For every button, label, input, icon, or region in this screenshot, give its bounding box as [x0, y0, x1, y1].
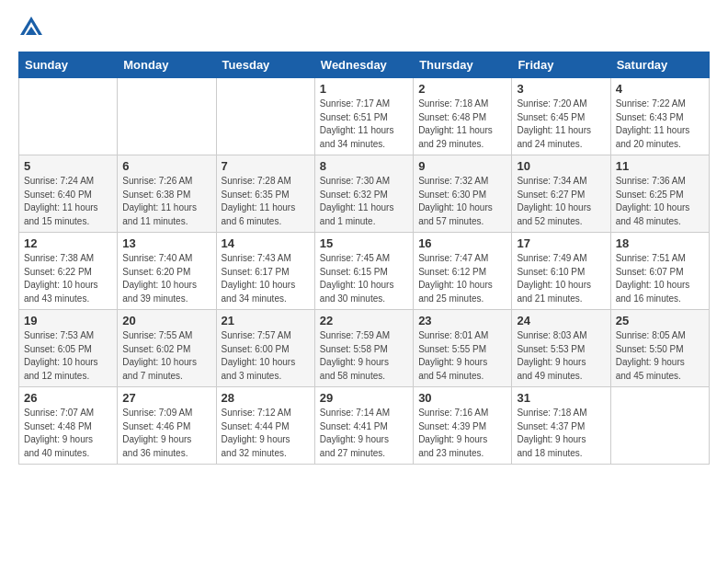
calendar-cell: 25Sunrise: 8:05 AM Sunset: 5:50 PM Dayli… [610, 310, 709, 387]
day-info: Sunrise: 7:47 AM Sunset: 6:12 PM Dayligh… [418, 252, 506, 305]
day-number: 16 [418, 236, 506, 250]
day-number: 14 [222, 236, 310, 250]
day-info: Sunrise: 7:38 AM Sunset: 6:22 PM Dayligh… [24, 252, 112, 305]
weekday-header-monday: Monday [118, 52, 216, 78]
week-row-4: 26Sunrise: 7:07 AM Sunset: 4:48 PM Dayli… [19, 387, 710, 465]
weekday-header-sunday: Sunday [19, 52, 118, 78]
day-number: 3 [517, 82, 605, 96]
weekday-header-thursday: Thursday [414, 52, 512, 78]
day-number: 7 [222, 159, 310, 173]
calendar-cell: 30Sunrise: 7:16 AM Sunset: 4:39 PM Dayli… [414, 387, 512, 465]
day-info: Sunrise: 7:40 AM Sunset: 6:20 PM Dayligh… [122, 252, 210, 305]
day-info: Sunrise: 7:32 AM Sunset: 6:30 PM Dayligh… [418, 175, 506, 228]
day-number: 31 [517, 391, 605, 405]
calendar-cell: 23Sunrise: 8:01 AM Sunset: 5:55 PM Dayli… [414, 310, 512, 387]
day-info: Sunrise: 8:03 AM Sunset: 5:53 PM Dayligh… [517, 329, 605, 383]
week-row-3: 19Sunrise: 7:53 AM Sunset: 6:05 PM Dayli… [19, 310, 710, 387]
day-number: 29 [320, 391, 408, 405]
day-info: Sunrise: 7:28 AM Sunset: 6:35 PM Dayligh… [222, 175, 310, 228]
calendar-cell: 2Sunrise: 7:18 AM Sunset: 6:48 PM Daylig… [414, 78, 512, 155]
day-info: Sunrise: 7:57 AM Sunset: 6:00 PM Dayligh… [222, 329, 310, 383]
calendar-cell: 31Sunrise: 7:18 AM Sunset: 4:37 PM Dayli… [512, 387, 610, 465]
calendar-cell: 18Sunrise: 7:51 AM Sunset: 6:07 PM Dayli… [610, 233, 709, 310]
calendar-cell: 16Sunrise: 7:47 AM Sunset: 6:12 PM Dayli… [414, 233, 512, 310]
calendar-cell: 12Sunrise: 7:38 AM Sunset: 6:22 PM Dayli… [19, 233, 118, 310]
day-info: Sunrise: 7:16 AM Sunset: 4:39 PM Dayligh… [418, 407, 506, 460]
calendar-cell [216, 78, 314, 155]
calendar-body: 1Sunrise: 7:17 AM Sunset: 6:51 PM Daylig… [19, 78, 710, 465]
day-number: 15 [320, 236, 408, 250]
day-info: Sunrise: 7:36 AM Sunset: 6:25 PM Dayligh… [616, 175, 704, 228]
day-info: Sunrise: 7:26 AM Sunset: 6:38 PM Dayligh… [122, 175, 210, 228]
day-info: Sunrise: 7:49 AM Sunset: 6:10 PM Dayligh… [517, 252, 605, 305]
calendar-cell: 8Sunrise: 7:30 AM Sunset: 6:32 PM Daylig… [314, 155, 413, 233]
day-number: 24 [517, 314, 605, 327]
day-info: Sunrise: 7:45 AM Sunset: 6:15 PM Dayligh… [320, 252, 408, 305]
calendar-cell: 24Sunrise: 8:03 AM Sunset: 5:53 PM Dayli… [512, 310, 610, 387]
day-info: Sunrise: 7:12 AM Sunset: 4:44 PM Dayligh… [222, 407, 310, 460]
week-row-0: 1Sunrise: 7:17 AM Sunset: 6:51 PM Daylig… [19, 78, 710, 155]
calendar-cell: 9Sunrise: 7:32 AM Sunset: 6:30 PM Daylig… [414, 155, 512, 233]
calendar-cell: 7Sunrise: 7:28 AM Sunset: 6:35 PM Daylig… [216, 155, 314, 233]
day-number: 27 [122, 391, 210, 405]
day-info: Sunrise: 7:18 AM Sunset: 6:48 PM Dayligh… [418, 98, 506, 151]
day-info: Sunrise: 7:30 AM Sunset: 6:32 PM Dayligh… [320, 175, 408, 228]
day-info: Sunrise: 8:01 AM Sunset: 5:55 PM Dayligh… [418, 329, 506, 383]
day-number: 20 [122, 314, 210, 327]
calendar-cell: 29Sunrise: 7:14 AM Sunset: 4:41 PM Dayli… [314, 387, 413, 465]
weekday-header-row: SundayMondayTuesdayWednesdayThursdayFrid… [19, 52, 710, 78]
day-number: 18 [616, 236, 704, 250]
day-number: 2 [418, 82, 506, 96]
day-info: Sunrise: 7:59 AM Sunset: 5:58 PM Dayligh… [320, 329, 408, 383]
logo-icon [18, 15, 44, 40]
day-number: 13 [122, 236, 210, 250]
calendar-cell: 20Sunrise: 7:55 AM Sunset: 6:02 PM Dayli… [118, 310, 216, 387]
day-info: Sunrise: 7:14 AM Sunset: 4:41 PM Dayligh… [320, 407, 408, 460]
day-info: Sunrise: 7:55 AM Sunset: 6:02 PM Dayligh… [122, 329, 210, 383]
day-number: 28 [222, 391, 310, 405]
calendar-cell: 1Sunrise: 7:17 AM Sunset: 6:51 PM Daylig… [314, 78, 413, 155]
day-number: 21 [222, 314, 310, 327]
day-number: 6 [122, 159, 210, 173]
day-number: 4 [616, 82, 704, 96]
page: SundayMondayTuesdayWednesdayThursdayFrid… [0, 0, 728, 563]
logo [18, 15, 48, 40]
weekday-header-wednesday: Wednesday [314, 52, 413, 78]
calendar-cell: 22Sunrise: 7:59 AM Sunset: 5:58 PM Dayli… [314, 310, 413, 387]
calendar-cell: 26Sunrise: 7:07 AM Sunset: 4:48 PM Dayli… [19, 387, 118, 465]
day-info: Sunrise: 7:43 AM Sunset: 6:17 PM Dayligh… [222, 252, 310, 305]
day-number: 1 [320, 82, 408, 96]
day-number: 22 [320, 314, 408, 327]
day-info: Sunrise: 7:22 AM Sunset: 6:43 PM Dayligh… [616, 98, 704, 151]
day-info: Sunrise: 7:51 AM Sunset: 6:07 PM Dayligh… [616, 252, 704, 305]
calendar-cell: 17Sunrise: 7:49 AM Sunset: 6:10 PM Dayli… [512, 233, 610, 310]
calendar-cell [19, 78, 118, 155]
calendar-cell: 13Sunrise: 7:40 AM Sunset: 6:20 PM Dayli… [118, 233, 216, 310]
calendar-cell [118, 78, 216, 155]
day-number: 12 [24, 236, 112, 250]
weekday-header-tuesday: Tuesday [216, 52, 314, 78]
day-number: 30 [418, 391, 506, 405]
day-number: 10 [517, 159, 605, 173]
day-info: Sunrise: 7:18 AM Sunset: 4:37 PM Dayligh… [517, 407, 605, 460]
day-number: 25 [616, 314, 704, 327]
calendar-cell: 10Sunrise: 7:34 AM Sunset: 6:27 PM Dayli… [512, 155, 610, 233]
calendar-cell [610, 387, 709, 465]
day-number: 9 [418, 159, 506, 173]
day-number: 26 [24, 391, 112, 405]
header [18, 15, 710, 40]
calendar-cell: 4Sunrise: 7:22 AM Sunset: 6:43 PM Daylig… [610, 78, 709, 155]
day-info: Sunrise: 7:07 AM Sunset: 4:48 PM Dayligh… [24, 407, 112, 460]
week-row-2: 12Sunrise: 7:38 AM Sunset: 6:22 PM Dayli… [19, 233, 710, 310]
day-number: 8 [320, 159, 408, 173]
calendar-cell: 15Sunrise: 7:45 AM Sunset: 6:15 PM Dayli… [314, 233, 413, 310]
day-number: 5 [24, 159, 112, 173]
day-number: 17 [517, 236, 605, 250]
calendar-cell: 27Sunrise: 7:09 AM Sunset: 4:46 PM Dayli… [118, 387, 216, 465]
day-number: 23 [418, 314, 506, 327]
day-info: Sunrise: 7:34 AM Sunset: 6:27 PM Dayligh… [517, 175, 605, 228]
day-info: Sunrise: 7:20 AM Sunset: 6:45 PM Dayligh… [517, 98, 605, 151]
week-row-1: 5Sunrise: 7:24 AM Sunset: 6:40 PM Daylig… [19, 155, 710, 233]
calendar-cell: 5Sunrise: 7:24 AM Sunset: 6:40 PM Daylig… [19, 155, 118, 233]
day-info: Sunrise: 7:53 AM Sunset: 6:05 PM Dayligh… [24, 329, 112, 383]
